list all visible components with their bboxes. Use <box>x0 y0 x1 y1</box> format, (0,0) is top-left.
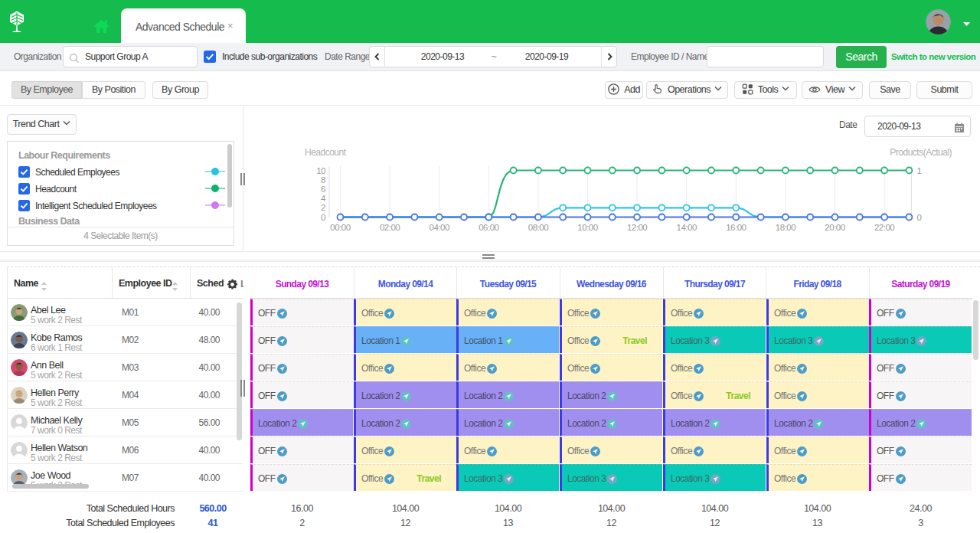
svg-text:00:00: 00:00 <box>330 223 350 232</box>
svg-text:8: 8 <box>321 175 325 185</box>
svg-text:6: 6 <box>321 185 325 194</box>
svg-text:Headcount: Headcount <box>305 147 347 158</box>
svg-text:0: 0 <box>916 213 921 222</box>
svg-text:02:00: 02:00 <box>380 223 400 232</box>
svg-text:10: 10 <box>316 166 325 175</box>
svg-text:14:00: 14:00 <box>677 223 697 232</box>
svg-text:12:00: 12:00 <box>627 223 647 232</box>
svg-text:08:00: 08:00 <box>528 223 548 232</box>
svg-text:0: 0 <box>321 213 325 222</box>
svg-text:10:00: 10:00 <box>577 223 597 232</box>
svg-text:18:00: 18:00 <box>776 223 795 232</box>
svg-text:1: 1 <box>916 166 921 175</box>
svg-text:22:00: 22:00 <box>874 223 894 232</box>
svg-text:4: 4 <box>321 194 326 203</box>
svg-text:Products(Actual): Products(Actual) <box>890 147 952 158</box>
svg-text:06:00: 06:00 <box>479 223 498 232</box>
svg-text:16:00: 16:00 <box>726 223 746 232</box>
svg-text:04:00: 04:00 <box>430 223 449 232</box>
svg-text:20:00: 20:00 <box>825 223 844 232</box>
svg-text:2: 2 <box>321 203 325 212</box>
